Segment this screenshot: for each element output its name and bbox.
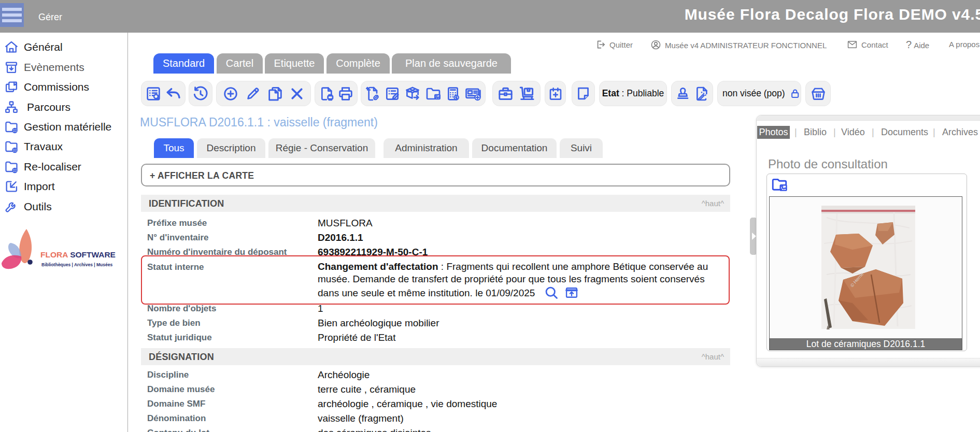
svg-text:FLORA SOFTWARE: FLORA SOFTWARE	[40, 250, 116, 259]
svg-text:Bibliothèques | Archives | Mus: Bibliothèques | Archives | Musées	[41, 262, 112, 267]
